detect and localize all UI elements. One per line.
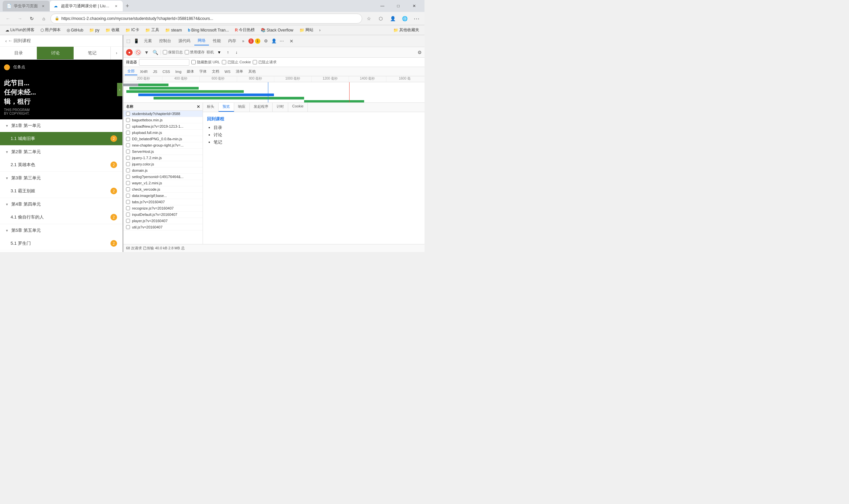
bookmark-ic[interactable]: 📁 IC卡 xyxy=(123,26,142,34)
file-check-1[interactable] xyxy=(126,118,130,122)
file-item-17[interactable]: player.js?v=20160407 xyxy=(123,218,203,224)
file-item-8[interactable]: jquery.color.js xyxy=(123,161,203,167)
bookmark-tools[interactable]: 📁 工具 xyxy=(143,26,162,34)
devtools-tab-memory[interactable]: 内存 xyxy=(225,37,239,45)
blocked-request-input[interactable] xyxy=(253,60,257,64)
tab-discussion[interactable]: 讨论 xyxy=(37,47,74,59)
devtools-tab-elements[interactable]: 元素 xyxy=(141,37,155,45)
bookmarks-more-btn[interactable]: › xyxy=(317,27,323,34)
file-item-7[interactable]: jquery-1.7.2.min.js xyxy=(123,155,203,161)
bookmark-stackoverflow[interactable]: 📚 Stack Overflow xyxy=(258,27,296,34)
devtools-tab-sources[interactable]: 源代码 xyxy=(175,37,194,45)
back-button[interactable]: ← xyxy=(3,13,13,24)
file-item-15[interactable]: recognize.js?v=20160407 xyxy=(123,205,203,212)
file-check-8[interactable] xyxy=(126,162,130,166)
file-check-10[interactable] xyxy=(126,175,130,179)
file-check-6[interactable] xyxy=(126,149,130,154)
net-type-xhr[interactable]: XHR xyxy=(137,69,150,75)
tab-1[interactable]: 📄 学生学习页面 ✕ xyxy=(3,1,50,11)
net-type-img[interactable]: Img xyxy=(173,69,184,75)
download-icon[interactable]: ↓ xyxy=(233,49,240,56)
file-item-18[interactable]: util.js?v=20160407 xyxy=(123,224,203,231)
net-type-all[interactable]: 全部 xyxy=(125,68,137,75)
extension-icon[interactable]: ⬡ xyxy=(375,13,386,24)
bookmark-userscript[interactable]: ⬡ 用户脚本 xyxy=(38,26,64,34)
devtools-tab-performance[interactable]: 性能 xyxy=(210,37,224,45)
file-check-18[interactable] xyxy=(126,225,130,229)
lesson-5-1[interactable]: 5.1 罗生门 2 xyxy=(0,237,122,250)
detail-tab-headers[interactable]: 标头 xyxy=(203,103,219,112)
disable-cache-checkbox[interactable]: 禁用缓存 xyxy=(185,50,205,55)
file-check-7[interactable] xyxy=(126,156,130,160)
close-button[interactable]: ✕ xyxy=(407,1,422,11)
lesson-4-1[interactable]: 4.1 偷自行车的人 2 xyxy=(0,211,122,224)
bookmark-hotlist[interactable]: R 今日热榜 xyxy=(232,26,257,34)
devtools-mobile-icon[interactable]: 📱 xyxy=(133,37,140,45)
file-check-0[interactable] xyxy=(126,112,130,116)
file-list-close-btn[interactable]: ✕ xyxy=(197,105,200,109)
tab-next-btn[interactable]: › xyxy=(110,47,122,59)
file-item-16[interactable]: inputDefault.js?v=20160407 xyxy=(123,212,203,218)
bookmark-collection[interactable]: 📁 收藏 xyxy=(103,26,122,34)
devtools-close-icon[interactable]: ✕ xyxy=(287,36,296,46)
file-check-14[interactable] xyxy=(126,200,130,204)
file-item-6[interactable]: ServerHost.js xyxy=(123,148,203,155)
network-settings-icon[interactable]: ⚙ xyxy=(417,50,422,55)
tab-catalog[interactable]: 目录 xyxy=(0,47,37,59)
tab-2[interactable]: ☁ 超星学习通网课分析 | LiuYun的... ✕ xyxy=(50,1,123,11)
bookmark-github[interactable]: ◎ GitHub xyxy=(64,27,86,34)
upload-icon[interactable]: ↑ xyxy=(224,49,231,56)
preserve-log-checkbox[interactable]: 保留日志 xyxy=(163,50,183,55)
net-type-css[interactable]: CSS xyxy=(160,69,173,75)
devtools-person-icon[interactable]: 👤 xyxy=(270,37,277,45)
net-type-manifest[interactable]: 清单 xyxy=(233,68,246,75)
devtools-tab-more[interactable]: » xyxy=(240,37,247,45)
new-tab-button[interactable]: + xyxy=(123,1,132,11)
chapter-3-header[interactable]: ▼ 第3章 第三单元 xyxy=(0,172,122,184)
file-check-15[interactable] xyxy=(126,206,130,210)
file-item-9[interactable]: domain.js xyxy=(123,167,203,174)
bookmark-liuyun[interactable]: ☁ LiuYun的博客 xyxy=(3,26,37,34)
disable-cache-input[interactable] xyxy=(185,50,189,54)
blocked-cookie-input[interactable] xyxy=(222,60,226,64)
chapter-6-header[interactable]: ▼ 第6章 第六单元 xyxy=(0,250,122,252)
net-type-doc[interactable]: 文档 xyxy=(209,68,222,75)
devtools-cursor-icon[interactable]: ⬚ xyxy=(125,37,132,45)
bookmark-bing[interactable]: b Bing Microsoft Tran... xyxy=(185,27,232,34)
stop-button[interactable]: 🚫 xyxy=(134,49,141,56)
file-item-14[interactable]: tabs.js?v=20160407 xyxy=(123,199,203,205)
refresh-button[interactable]: ↻ xyxy=(26,13,37,24)
hide-data-url-input[interactable] xyxy=(191,60,196,64)
tab-1-close[interactable]: ✕ xyxy=(40,3,46,8)
translate-icon[interactable]: 🌐 xyxy=(399,13,410,24)
net-type-font[interactable]: 字体 xyxy=(197,68,209,75)
lesson-3-1[interactable]: 3.1 霸王别姬 2 xyxy=(0,184,122,198)
bookmark-website[interactable]: 📁 网站 xyxy=(297,26,316,34)
chapter-4-header[interactable]: ▼ 第4章 第四单元 xyxy=(0,198,122,211)
file-check-12[interactable] xyxy=(126,187,130,191)
bookmark-py[interactable]: 📁 py xyxy=(87,27,102,34)
file-check-13[interactable] xyxy=(126,194,130,198)
net-type-js[interactable]: JS xyxy=(150,69,160,75)
online-dropdown-icon[interactable]: ▼ xyxy=(216,49,222,56)
file-item-10[interactable]: setlog?personid=149176464&... xyxy=(123,174,203,180)
hide-data-url-checkbox[interactable]: 隐藏数据 URL xyxy=(191,60,220,65)
net-type-media[interactable]: 媒体 xyxy=(184,68,197,75)
minimize-button[interactable]: — xyxy=(375,1,390,11)
devtools-settings-icon[interactable]: ⚙ xyxy=(262,37,270,45)
file-item-2[interactable]: uploadNew.js?v=2019-1213-1... xyxy=(123,123,203,130)
devtools-more-icon[interactable]: ⋯ xyxy=(278,37,286,45)
home-button[interactable]: ⌂ xyxy=(38,13,49,24)
net-type-ws[interactable]: WS xyxy=(222,69,233,75)
record-button[interactable]: ● xyxy=(126,49,133,56)
devtools-tab-network[interactable]: 网络 xyxy=(194,36,209,46)
file-item-11[interactable]: wayer_v1.2.mini.js xyxy=(123,180,203,186)
blocked-request-checkbox[interactable]: 已阻止请求 xyxy=(253,60,276,65)
file-check-11[interactable] xyxy=(126,181,130,185)
file-check-5[interactable] xyxy=(126,143,130,147)
file-check-4[interactable] xyxy=(126,137,130,141)
bookmark-others[interactable]: 📁 其他收藏夹 xyxy=(391,26,422,34)
search-button[interactable]: 🔍 xyxy=(152,49,159,56)
address-box[interactable]: 🔒 https://mooc1-2.chaoxing.com/mycourse/… xyxy=(50,14,362,23)
chapter-1-header[interactable]: ▼ 第1章 第一单元 xyxy=(0,119,122,132)
